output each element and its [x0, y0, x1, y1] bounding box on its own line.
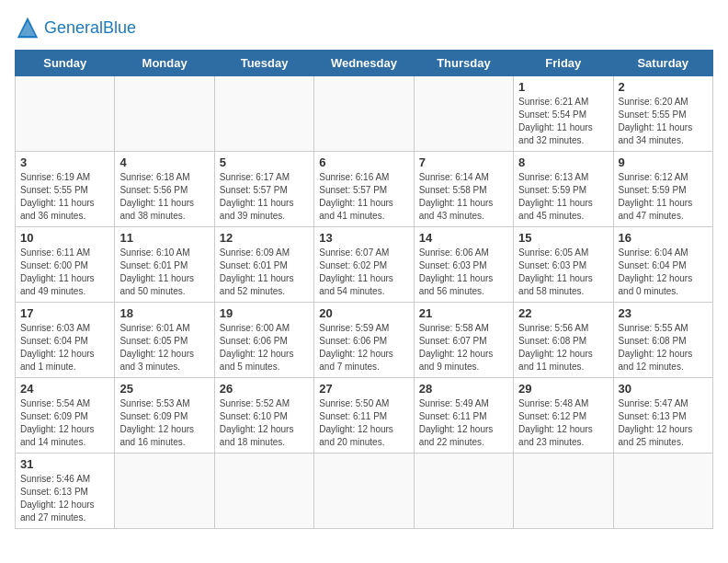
- day-number: 1: [518, 80, 608, 94]
- calendar-cell: 24Sunrise: 5:54 AM Sunset: 6:09 PM Dayli…: [16, 378, 115, 454]
- week-row-5: 24Sunrise: 5:54 AM Sunset: 6:09 PM Dayli…: [16, 378, 713, 454]
- day-header-wednesday: Wednesday: [314, 51, 414, 76]
- calendar-cell: 20Sunrise: 5:59 AM Sunset: 6:06 PM Dayli…: [314, 303, 414, 378]
- calendar-cell: [514, 454, 613, 529]
- day-number: 29: [518, 382, 608, 396]
- day-info: Sunrise: 5:58 AM Sunset: 6:07 PM Dayligh…: [419, 322, 508, 373]
- day-info: Sunrise: 6:07 AM Sunset: 6:02 PM Dayligh…: [319, 247, 408, 298]
- day-number: 19: [220, 306, 309, 320]
- logo: GeneralBlue: [15, 15, 136, 40]
- day-number: 27: [319, 382, 408, 396]
- calendar-cell: 14Sunrise: 6:06 AM Sunset: 6:03 PM Dayli…: [414, 227, 513, 303]
- day-info: Sunrise: 6:18 AM Sunset: 5:56 PM Dayligh…: [119, 171, 209, 223]
- calendar-cell: [314, 76, 414, 152]
- day-info: Sunrise: 6:09 AM Sunset: 6:01 PM Dayligh…: [220, 247, 309, 298]
- logo-text: GeneralBlue: [44, 18, 136, 37]
- day-info: Sunrise: 5:52 AM Sunset: 6:10 PM Dayligh…: [220, 397, 309, 449]
- calendar-cell: [314, 454, 414, 529]
- calendar-cell: 7Sunrise: 6:14 AM Sunset: 5:58 PM Daylig…: [414, 152, 513, 227]
- day-number: 18: [119, 306, 209, 320]
- day-info: Sunrise: 6:17 AM Sunset: 5:57 PM Dayligh…: [220, 171, 309, 223]
- day-info: Sunrise: 6:10 AM Sunset: 6:01 PM Dayligh…: [119, 247, 209, 298]
- day-number: 20: [319, 306, 408, 320]
- day-header-thursday: Thursday: [414, 51, 513, 76]
- week-row-2: 3Sunrise: 6:19 AM Sunset: 5:55 PM Daylig…: [16, 152, 713, 227]
- day-info: Sunrise: 6:01 AM Sunset: 6:05 PM Dayligh…: [119, 322, 209, 373]
- day-number: 2: [619, 80, 708, 94]
- calendar-header: SundayMondayTuesdayWednesdayThursdayFrid…: [16, 51, 713, 76]
- day-info: Sunrise: 6:16 AM Sunset: 5:57 PM Dayligh…: [319, 171, 408, 223]
- day-number: 22: [518, 306, 608, 320]
- day-number: 30: [619, 382, 708, 396]
- calendar-cell: 5Sunrise: 6:17 AM Sunset: 5:57 PM Daylig…: [214, 152, 313, 227]
- calendar-cell: 29Sunrise: 5:48 AM Sunset: 6:12 PM Dayli…: [514, 378, 613, 454]
- calendar-cell: 18Sunrise: 6:01 AM Sunset: 6:05 PM Dayli…: [115, 303, 214, 378]
- calendar-cell: [414, 454, 513, 529]
- day-info: Sunrise: 6:19 AM Sunset: 5:55 PM Dayligh…: [20, 171, 109, 223]
- week-row-6: 31Sunrise: 5:46 AM Sunset: 6:13 PM Dayli…: [16, 454, 713, 529]
- day-number: 12: [220, 231, 309, 245]
- day-number: 3: [20, 155, 109, 169]
- day-info: Sunrise: 6:05 AM Sunset: 6:03 PM Dayligh…: [518, 247, 608, 298]
- day-header-saturday: Saturday: [613, 51, 712, 76]
- calendar-cell: 25Sunrise: 5:53 AM Sunset: 6:09 PM Dayli…: [115, 378, 214, 454]
- calendar-cell: 31Sunrise: 5:46 AM Sunset: 6:13 PM Dayli…: [16, 454, 115, 529]
- day-number: 11: [119, 231, 209, 245]
- day-number: 13: [319, 231, 408, 245]
- calendar-cell: 12Sunrise: 6:09 AM Sunset: 6:01 PM Dayli…: [214, 227, 313, 303]
- day-number: 26: [220, 382, 309, 396]
- day-info: Sunrise: 5:54 AM Sunset: 6:09 PM Dayligh…: [20, 397, 109, 449]
- day-info: Sunrise: 6:14 AM Sunset: 5:58 PM Dayligh…: [419, 171, 508, 223]
- day-number: 15: [518, 231, 608, 245]
- day-info: Sunrise: 5:46 AM Sunset: 6:13 PM Dayligh…: [20, 473, 109, 524]
- calendar-cell: 21Sunrise: 5:58 AM Sunset: 6:07 PM Dayli…: [414, 303, 513, 378]
- day-info: Sunrise: 6:20 AM Sunset: 5:55 PM Dayligh…: [619, 96, 708, 147]
- day-number: 10: [20, 231, 109, 245]
- day-number: 8: [518, 155, 608, 169]
- week-row-1: 1Sunrise: 6:21 AM Sunset: 5:54 PM Daylig…: [16, 76, 713, 152]
- day-number: 5: [220, 155, 309, 169]
- day-number: 31: [20, 457, 109, 471]
- calendar-cell: 28Sunrise: 5:49 AM Sunset: 6:11 PM Dayli…: [414, 378, 513, 454]
- day-header-friday: Friday: [514, 51, 613, 76]
- calendar-cell: [115, 454, 214, 529]
- calendar-cell: [214, 76, 313, 152]
- calendar-cell: 17Sunrise: 6:03 AM Sunset: 6:04 PM Dayli…: [16, 303, 115, 378]
- day-info: Sunrise: 5:47 AM Sunset: 6:13 PM Dayligh…: [619, 397, 708, 449]
- day-number: 23: [619, 306, 708, 320]
- day-info: Sunrise: 6:11 AM Sunset: 6:00 PM Dayligh…: [20, 247, 109, 298]
- calendar-cell: 1Sunrise: 6:21 AM Sunset: 5:54 PM Daylig…: [514, 76, 613, 152]
- day-info: Sunrise: 5:56 AM Sunset: 6:08 PM Dayligh…: [518, 322, 608, 373]
- day-info: Sunrise: 5:48 AM Sunset: 6:12 PM Dayligh…: [518, 397, 608, 449]
- day-info: Sunrise: 6:06 AM Sunset: 6:03 PM Dayligh…: [419, 247, 508, 298]
- calendar-cell: [115, 76, 214, 152]
- day-info: Sunrise: 6:00 AM Sunset: 6:06 PM Dayligh…: [220, 322, 309, 373]
- day-info: Sunrise: 6:12 AM Sunset: 5:59 PM Dayligh…: [619, 171, 708, 223]
- day-header-tuesday: Tuesday: [214, 51, 313, 76]
- calendar-cell: 22Sunrise: 5:56 AM Sunset: 6:08 PM Dayli…: [514, 303, 613, 378]
- calendar-cell: [16, 76, 115, 152]
- calendar-table: SundayMondayTuesdayWednesdayThursdayFrid…: [15, 50, 713, 529]
- day-number: 4: [119, 155, 209, 169]
- calendar-cell: 19Sunrise: 6:00 AM Sunset: 6:06 PM Dayli…: [214, 303, 313, 378]
- day-number: 28: [419, 382, 508, 396]
- calendar-cell: 15Sunrise: 6:05 AM Sunset: 6:03 PM Dayli…: [514, 227, 613, 303]
- day-info: Sunrise: 5:55 AM Sunset: 6:08 PM Dayligh…: [619, 322, 708, 373]
- calendar-cell: 6Sunrise: 6:16 AM Sunset: 5:57 PM Daylig…: [314, 152, 414, 227]
- day-info: Sunrise: 6:03 AM Sunset: 6:04 PM Dayligh…: [20, 322, 109, 373]
- day-number: 17: [20, 306, 109, 320]
- day-info: Sunrise: 5:53 AM Sunset: 6:09 PM Dayligh…: [119, 397, 209, 449]
- day-number: 9: [619, 155, 708, 169]
- calendar-cell: 13Sunrise: 6:07 AM Sunset: 6:02 PM Dayli…: [314, 227, 414, 303]
- day-info: Sunrise: 5:50 AM Sunset: 6:11 PM Dayligh…: [319, 397, 408, 449]
- calendar-cell: 27Sunrise: 5:50 AM Sunset: 6:11 PM Dayli…: [314, 378, 414, 454]
- day-info: Sunrise: 6:13 AM Sunset: 5:59 PM Dayligh…: [518, 171, 608, 223]
- calendar-cell: 2Sunrise: 6:20 AM Sunset: 5:55 PM Daylig…: [613, 76, 712, 152]
- day-number: 6: [319, 155, 408, 169]
- week-row-4: 17Sunrise: 6:03 AM Sunset: 6:04 PM Dayli…: [16, 303, 713, 378]
- calendar-cell: 30Sunrise: 5:47 AM Sunset: 6:13 PM Dayli…: [613, 378, 712, 454]
- calendar-cell: 10Sunrise: 6:11 AM Sunset: 6:00 PM Dayli…: [16, 227, 115, 303]
- calendar-cell: 23Sunrise: 5:55 AM Sunset: 6:08 PM Dayli…: [613, 303, 712, 378]
- calendar-cell: 8Sunrise: 6:13 AM Sunset: 5:59 PM Daylig…: [514, 152, 613, 227]
- day-header-sunday: Sunday: [16, 51, 115, 76]
